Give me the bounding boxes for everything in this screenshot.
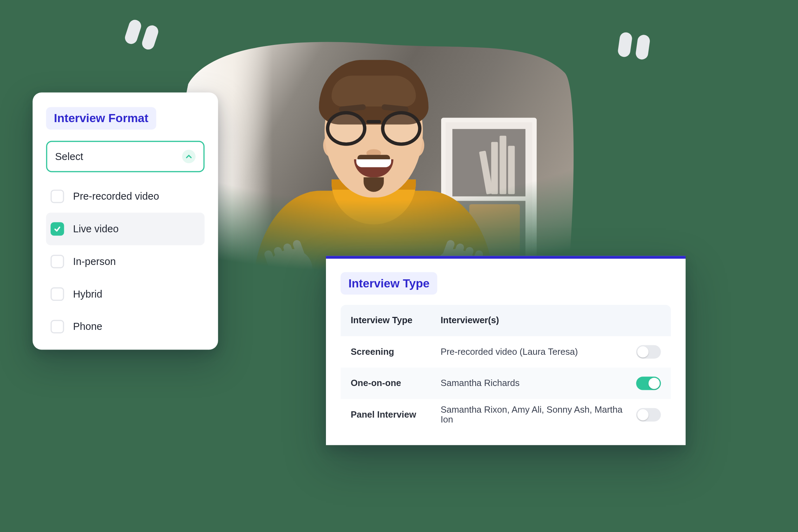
decorative-quote-right-icon <box>617 32 650 60</box>
row-toggle[interactable] <box>636 345 661 359</box>
table-row: One-on-oneSamantha Richards <box>341 368 671 399</box>
format-option-label: Hybrid <box>73 288 102 300</box>
checkbox-icon[interactable] <box>51 189 64 203</box>
interview-type-card: Interview Type Interview Type Interviewe… <box>326 256 686 445</box>
format-select-trigger[interactable]: Select <box>46 141 204 172</box>
decorative-quote-left-icon <box>123 18 160 51</box>
row-type: Screening <box>351 347 440 357</box>
interview-format-card: Interview Format Select Pre-recorded vid… <box>33 93 218 350</box>
format-option-label: Phone <box>73 321 102 333</box>
header-interviewers: Interviewer(s) <box>440 315 627 326</box>
format-option-label: In-person <box>73 255 116 267</box>
checkbox-icon[interactable] <box>51 287 64 301</box>
table-row: ScreeningPre-recorded video (Laura Teres… <box>341 336 671 368</box>
format-option-label: Live video <box>73 223 119 235</box>
format-select-placeholder: Select <box>55 151 83 162</box>
format-option[interactable]: In-person <box>46 245 204 278</box>
chevron-up-icon <box>182 150 195 163</box>
interview-format-title: Interview Format <box>46 107 156 129</box>
row-type: Panel Interview <box>351 410 440 420</box>
interview-type-title: Interview Type <box>341 272 438 295</box>
header-type: Interview Type <box>351 315 440 326</box>
table-row: Panel InterviewSamantha Rixon, Amy Ali, … <box>341 399 671 431</box>
format-option[interactable]: Hybrid <box>46 278 204 311</box>
row-toggle[interactable] <box>636 377 661 390</box>
row-interviewers: Pre-recorded video (Laura Teresa) <box>440 347 627 357</box>
checkbox-icon[interactable] <box>51 222 64 235</box>
format-option[interactable]: Phone <box>46 310 204 343</box>
checkbox-icon[interactable] <box>51 320 64 333</box>
format-option[interactable]: Pre-recorded video <box>46 180 204 213</box>
row-type: One-on-one <box>351 378 440 388</box>
row-interviewers: Samantha Richards <box>440 378 627 388</box>
format-option[interactable]: Live video <box>46 213 204 245</box>
row-interviewers: Samantha Rixon, Amy Ali, Sonny Ash, Mart… <box>440 405 627 425</box>
format-option-list: Pre-recorded videoLive videoIn-personHyb… <box>46 180 204 343</box>
table-header-row: Interview Type Interviewer(s) <box>341 305 671 336</box>
checkbox-icon[interactable] <box>51 255 64 268</box>
row-toggle[interactable] <box>636 408 661 421</box>
interview-type-table: Interview Type Interviewer(s) ScreeningP… <box>341 305 671 430</box>
format-option-label: Pre-recorded video <box>73 191 159 202</box>
